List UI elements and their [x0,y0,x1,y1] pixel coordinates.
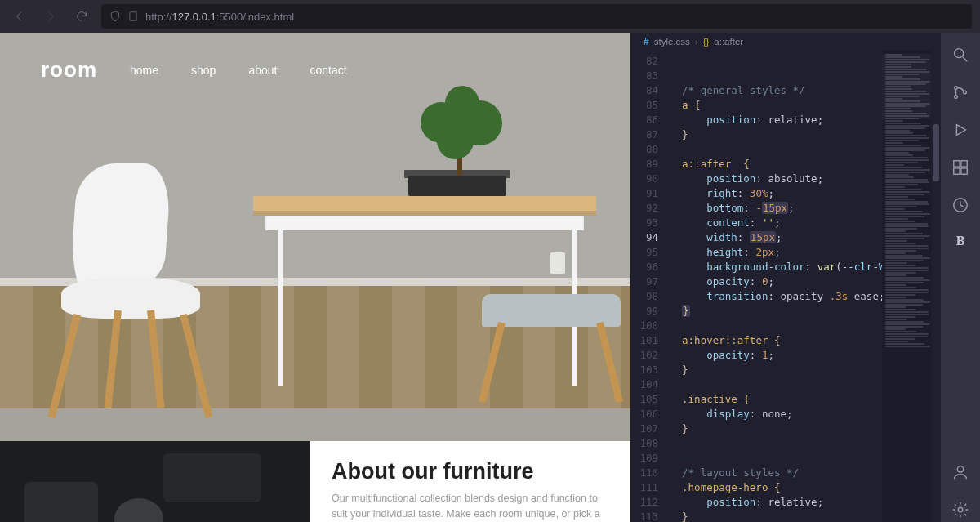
svg-line-4 [963,57,968,62]
svg-rect-9 [954,161,960,167]
scrollbar[interactable] [931,51,941,522]
svg-point-3 [955,49,964,58]
line-gutter: 8283848586878889909192939495969798991001… [630,51,666,522]
svg-rect-10 [961,161,967,167]
svg-point-15 [958,507,963,512]
scroll-thumb[interactable] [933,124,939,181]
browser-toolbar: http://127.0.0.1:5500/index.html [0,0,980,33]
reload-button[interactable] [70,5,93,28]
live-preview-icon[interactable] [951,196,969,217]
search-icon[interactable] [951,46,969,67]
activity-bar: B [941,0,980,522]
site-logo: room [41,57,97,83]
hero-image: room home shop about contact [0,33,630,408]
minimap[interactable] [882,51,931,522]
about-image [0,441,310,522]
about-section: About our furniture Our multifunctional … [0,441,630,522]
nav-about[interactable]: about [248,64,277,77]
settings-icon[interactable] [951,501,969,522]
svg-point-5 [955,87,958,90]
nav-home[interactable]: home [130,64,158,77]
about-heading: About our furniture [332,459,609,484]
svg-point-14 [957,466,963,472]
site-nav: room home shop about contact [41,57,347,83]
account-icon[interactable] [951,463,969,484]
css-icon: # [644,36,649,47]
svg-rect-0 [130,12,136,21]
extensions-icon[interactable] [951,158,969,180]
nav-shop[interactable]: shop [191,64,216,77]
debug-icon[interactable] [951,121,969,142]
svg-rect-12 [961,168,967,174]
git-icon[interactable] [951,83,969,105]
nav-contact[interactable]: contact [310,64,346,77]
shield-icon [109,11,121,22]
url: http://127.0.0.1:5500/index.html [145,11,294,23]
svg-rect-11 [954,168,960,174]
back-button[interactable] [8,5,31,28]
code-area[interactable]: /* general styles */ a { position: relat… [666,51,882,522]
svg-marker-8 [956,125,965,136]
code-editor: # style.css × ◆ style-guide.md JS script… [630,0,941,522]
browser-viewport: room home shop about contact About our f… [0,0,630,522]
page-icon [127,11,139,22]
address-bar[interactable]: http://127.0.0.1:5500/index.html [101,4,972,29]
forward-button[interactable] [39,5,62,28]
about-body: Our multifunctional collection blends de… [332,491,609,522]
bold-icon[interactable]: B [956,234,965,248]
breadcrumb[interactable]: # style.css › {} a::after [630,33,941,51]
svg-point-6 [955,96,958,99]
brackets-icon: {} [703,37,710,47]
